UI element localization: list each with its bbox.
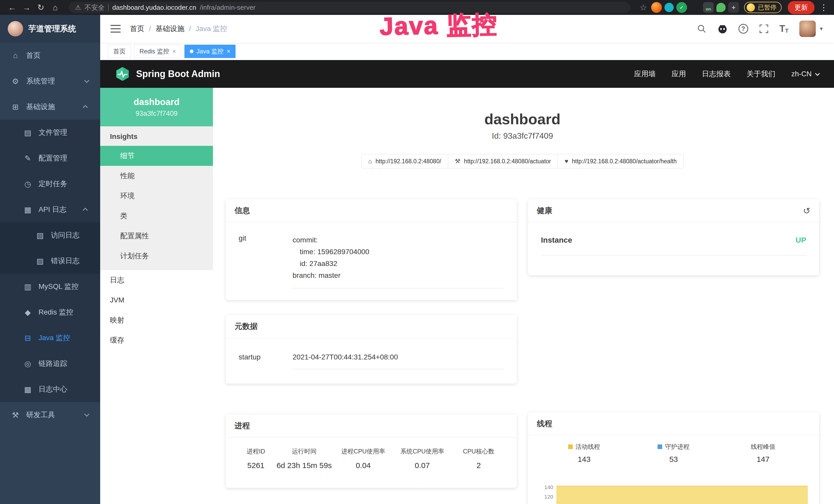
breadcrumb: 首页 / 基础设施 / Java 监控 — [130, 24, 227, 33]
sba-item-performance[interactable]: 性能 — [100, 166, 213, 186]
right-column: 健康 ↺ Instance UP — [528, 199, 819, 504]
trace-icon: ◎ — [23, 359, 32, 368]
sba-item-details[interactable]: 细节 — [100, 146, 213, 166]
tab-home[interactable]: 首页 — [108, 45, 131, 58]
tab-java[interactable]: Java 监控× — [184, 45, 236, 58]
sidebar-item-infra[interactable]: ⊞基础设施 — [0, 94, 100, 120]
update-button[interactable]: 更新 — [788, 1, 814, 14]
y-axis: 140 120 100 — [540, 472, 556, 504]
sidebar-item-access-log[interactable]: ▧访问日志 — [0, 222, 100, 248]
extension-check-glyph: ✓ — [680, 4, 684, 10]
file-icon: ▤ — [23, 128, 32, 137]
sidebar-item-trace[interactable]: ◎链路追踪 — [0, 351, 100, 376]
wrench-icon: ⚒ — [455, 158, 461, 165]
menu-label: 研发工具 — [26, 410, 55, 420]
sidebar-item-system[interactable]: ⚙系统管理 — [0, 68, 100, 94]
browser-home-icon[interactable]: ⌂ — [49, 3, 61, 12]
sidebar-item-log-center[interactable]: ▩日志中心 — [0, 376, 100, 402]
instance-link-health[interactable]: ♥http://192.168.0.2:48080/actuator/healt… — [557, 154, 683, 168]
menu-label: 链路追踪 — [39, 359, 67, 368]
menu-label: 首页 — [26, 51, 41, 60]
menu-label: 定时任务 — [39, 179, 67, 189]
paused-badge[interactable]: 已暂停 — [744, 2, 782, 13]
fullscreen-icon[interactable] — [759, 24, 769, 33]
logo-image — [8, 21, 23, 37]
extension-on-icon[interactable]: on — [703, 2, 714, 13]
sba-item-mappings[interactable]: 映射 — [100, 310, 213, 330]
forward-icon[interactable]: → — [21, 3, 32, 12]
insights-group: Insights 细节 性能 环境 类 配置属性 计划任务 — [100, 126, 213, 270]
breadcrumb-item[interactable]: 首页 — [130, 24, 144, 33]
extension-drop-icon[interactable] — [664, 3, 674, 12]
tab-label: Redis 监控 — [139, 47, 169, 55]
url-domain[interactable]: dashboard.yudao.iocoder.cn — [112, 4, 196, 12]
process-value-row: 5261 6d 23h 15m 59s 0.04 0.07 2 — [237, 456, 505, 470]
instance-link-actuator[interactable]: ⚒http://192.168.0.2:48080/actuator — [448, 154, 558, 168]
sidebar-item-redis[interactable]: ◆Redis 监控 — [0, 299, 100, 325]
card-title: 元数据 — [235, 321, 258, 332]
close-icon[interactable]: × — [226, 48, 230, 55]
help-icon[interactable]: ? — [739, 24, 748, 33]
search-icon[interactable] — [697, 24, 707, 33]
cell-value: 6d 23h 15m 59s — [275, 461, 334, 470]
sba-brand[interactable]: Spring Boot Admin — [115, 67, 220, 82]
hamburger-icon[interactable] — [110, 25, 121, 32]
breadcrumb-item[interactable]: 基础设施 — [156, 24, 184, 33]
sidebar-item-error-log[interactable]: ▨错误日志 — [0, 248, 100, 274]
info-value: commit: time: 1596289704000 id: 27aa832 … — [292, 234, 504, 288]
sba-language-select[interactable]: zh-CN — [791, 70, 818, 78]
sba-item-logs[interactable]: 日志 — [100, 270, 213, 290]
url-path[interactable]: /infra/admin-server — [200, 4, 256, 12]
font-size-glyph-small: T — [785, 27, 789, 34]
sba-item-scheduled-tasks[interactable]: 计划任务 — [100, 246, 213, 266]
font-size-icon[interactable]: TT — [780, 23, 789, 34]
sidebar-item-api-log[interactable]: ▦API 日志 — [0, 197, 100, 222]
instance-id: 93a3fc7f7409 — [136, 110, 178, 118]
tab-redis[interactable]: Redis 监控× — [134, 45, 181, 58]
metadata-value: 2021-04-27T00:44:31.254+08:00 — [292, 353, 504, 369]
sidebar-item-file[interactable]: ▤文件管理 — [0, 120, 100, 145]
sba-nav-wallboard[interactable]: 应用墙 — [634, 69, 656, 79]
extension-fox-icon[interactable] — [651, 2, 662, 13]
close-icon[interactable]: × — [172, 48, 176, 55]
avatar-caret-icon[interactable]: ▾ — [820, 25, 823, 32]
sidebar-item-home[interactable]: ⌂首页 — [0, 43, 100, 68]
sba-nav-applications[interactable]: 应用 — [672, 69, 686, 79]
sba-nav-journal[interactable]: 日志报表 — [702, 69, 731, 79]
extension-check-icon[interactable]: ✓ — [676, 2, 687, 13]
sba-item-jvm[interactable]: JVM — [100, 290, 213, 310]
user-avatar[interactable] — [799, 21, 816, 37]
info-line: id: 27aa832 — [292, 258, 504, 270]
chevron-up-icon — [83, 208, 88, 213]
back-icon[interactable]: ← — [6, 3, 18, 12]
instance-header[interactable]: dashboard 93a3fc7f7409 — [100, 88, 213, 126]
extension-leaf-icon[interactable] — [716, 3, 726, 12]
security-label[interactable]: 不安全 — [85, 3, 105, 12]
card-title: 信息 — [235, 205, 250, 216]
sba-item-classes[interactable]: 类 — [100, 206, 213, 226]
chevron-up-icon — [83, 105, 88, 110]
font-size-glyph: T — [780, 23, 785, 34]
github-icon[interactable] — [717, 24, 728, 34]
sba-nav-about[interactable]: 关于我们 — [747, 69, 775, 79]
language-label: zh-CN — [791, 70, 812, 78]
sba-logo-icon — [115, 67, 130, 82]
sidebar-item-cron[interactable]: ◷定时任务 — [0, 171, 100, 197]
address-bar[interactable]: ⚠ 不安全 dashboard.yudao.iocoder.cn/infra/a… — [69, 2, 630, 13]
bookmark-star-icon[interactable]: ☆ — [640, 3, 647, 12]
instance-link-root[interactable]: ⌂http://192.168.0.2:48080/ — [361, 154, 448, 168]
app-logo[interactable]: 芋道管理系统 — [0, 15, 100, 43]
sidebar-item-mysql[interactable]: ▥MySQL 监控 — [0, 274, 100, 299]
sidebar-item-config[interactable]: ✎配置管理 — [0, 145, 100, 171]
log-center-icon: ▩ — [23, 385, 32, 394]
sidebar-item-dev-tools[interactable]: ⚒研发工具 — [0, 402, 100, 428]
reload-icon[interactable]: ↻ — [35, 3, 47, 12]
sidebar-item-java[interactable]: ⊟Java 监控 — [0, 325, 100, 351]
sba-item-caches[interactable]: 缓存 — [100, 330, 213, 350]
browser-menu-icon[interactable]: ⋮ — [820, 3, 828, 12]
sba-item-config-props[interactable]: 配置属性 — [100, 226, 213, 246]
history-icon[interactable]: ↺ — [803, 206, 811, 216]
extension-pin-icon[interactable]: + — [728, 2, 739, 13]
sba-item-environment[interactable]: 环境 — [100, 186, 213, 206]
menu-label: Redis 监控 — [39, 307, 73, 317]
